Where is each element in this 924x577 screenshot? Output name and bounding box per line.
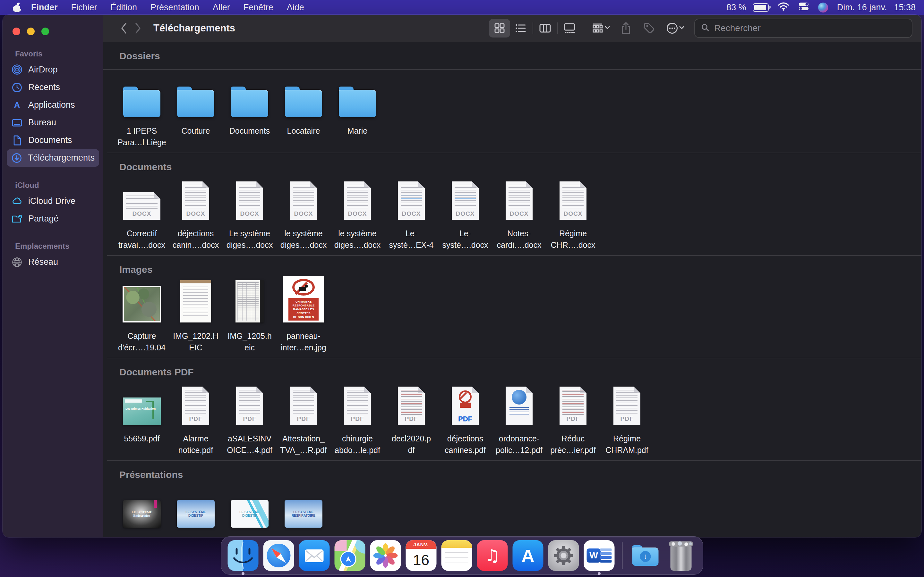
file-item[interactable]: DOCXCorrectiftravai….docx xyxy=(115,181,169,251)
file-item[interactable]: PDFRéducpréc…ier.pdf xyxy=(546,386,600,456)
menu-finder[interactable]: Finder xyxy=(24,0,65,15)
file-item[interactable]: DOCXLe-systè….docx xyxy=(438,181,492,251)
control-center-icon[interactable] xyxy=(798,1,809,14)
file-item[interactable]: 1 IPEPSPara…l Liège xyxy=(115,78,169,148)
sidebar-item-récents[interactable]: Récents xyxy=(7,79,99,96)
menu-fichier[interactable]: Fichier xyxy=(65,0,104,15)
file-label-line: Para…l Liège xyxy=(118,137,166,148)
file-item[interactable]: Marie xyxy=(330,78,384,148)
tags-button[interactable] xyxy=(640,19,658,37)
search-field[interactable]: Rechercher xyxy=(694,19,913,38)
menu-aide[interactable]: Aide xyxy=(280,0,311,15)
sidebar-item-airdrop[interactable]: AirDrop xyxy=(7,61,99,79)
sidebar-item-réseau[interactable]: Réseau xyxy=(7,253,99,271)
file-item[interactable]: Locataire xyxy=(276,78,330,148)
docx-file-icon: DOCX xyxy=(398,181,425,220)
sidebar-item-partagé[interactable]: Partagé xyxy=(7,210,99,227)
file-item[interactable]: PDFAlarmenotice.pdf xyxy=(169,386,223,456)
file-item[interactable]: PDFdéjectionscanines.pdf xyxy=(438,386,492,456)
apple-menu-icon[interactable] xyxy=(13,3,21,12)
dock-calendar-icon[interactable]: JANV.16 xyxy=(406,540,437,571)
file-item[interactable]: ordonance-polic…12.pdf xyxy=(492,386,546,456)
dock-music-icon[interactable]: ♫ xyxy=(477,540,508,571)
sidebar-item-icloud-drive[interactable]: iCloud Drive xyxy=(7,192,99,210)
sidebar-item-téléchargements[interactable]: Téléchargements xyxy=(7,149,99,167)
sidebar: FavorisAirDropRécentsAApplicationsBureau… xyxy=(3,15,103,537)
section-documents: DocumentsDOCXCorrectiftravai….docxDOCXdé… xyxy=(107,153,921,255)
menu-fenêtre[interactable]: Fenêtre xyxy=(237,0,280,15)
file-thumb-box: DOCX xyxy=(398,181,425,220)
dock-finder-icon[interactable] xyxy=(228,540,258,571)
image-thumbnail-scan xyxy=(236,280,264,322)
dock-photos-icon[interactable] xyxy=(370,540,401,571)
menu-aller[interactable]: Aller xyxy=(206,0,237,15)
file-item[interactable]: LE SYSTÈME DIGESTIFLe système xyxy=(169,488,223,537)
file-item[interactable]: PDFchirurgieabdo…le.pdf xyxy=(330,386,384,456)
file-item[interactable]: IMG_1202.HEIC xyxy=(169,284,223,353)
share-button[interactable] xyxy=(617,19,635,37)
sidebar-section-icloud: iCloudiCloud DrivePartagé xyxy=(3,181,103,227)
forward-button[interactable] xyxy=(131,19,145,37)
file-label-line: Le- xyxy=(389,227,434,239)
file-item[interactable]: Les primes Habitation55659.pdf xyxy=(115,386,169,456)
file-item[interactable]: DOCXle systèmediges….docx xyxy=(330,181,384,251)
dock-word-icon[interactable]: W xyxy=(584,540,615,571)
file-item[interactable]: DOCXle systèmediges….docx xyxy=(276,181,330,251)
file-item[interactable]: PDFAttestation_TVA_…R.pdf xyxy=(276,386,330,456)
sidebar-item-applications[interactable]: AApplications xyxy=(7,96,99,114)
dock-settings-icon[interactable] xyxy=(548,540,579,571)
presentation-thumbnail: LE SYSTÈME DIGESTIF xyxy=(231,500,268,528)
file-item[interactable]: PDFaSALESINVOICE…4.pdf xyxy=(223,386,276,456)
close-button[interactable] xyxy=(13,27,20,35)
column-view-button[interactable] xyxy=(535,19,556,37)
file-label: Marie xyxy=(347,125,368,137)
menu-présentation[interactable]: Présentation xyxy=(144,0,206,15)
file-thumb-box: DOCX xyxy=(452,181,479,220)
sidebar-item-label: AirDrop xyxy=(28,65,58,75)
list-view-button[interactable] xyxy=(510,19,531,37)
file-item[interactable]: DOCXNotes-cardi….docx xyxy=(492,181,546,251)
section-images: ImagesCaptured'écr….19.04IMG_1202.HEICIM… xyxy=(107,255,921,358)
file-item[interactable]: LE SYSTÈME DIGESTIFLE xyxy=(223,488,276,537)
dock-safari-icon[interactable] xyxy=(263,540,294,571)
section-items-row: DOCXCorrectiftravai….docxDOCXdéjectionsc… xyxy=(115,181,914,255)
file-label-line: chirurgie xyxy=(334,433,380,444)
file-item[interactable]: PDFRégimeCHRAM.pdf xyxy=(600,386,654,456)
file-item[interactable]: DOCXRégimeCHR….docx xyxy=(546,181,600,251)
docx-file-icon: DOCX xyxy=(123,192,160,220)
sidebar-item-bureau[interactable]: Bureau xyxy=(7,114,99,131)
dock-mail-icon[interactable] xyxy=(299,540,330,571)
dock-notes-icon[interactable] xyxy=(441,540,472,571)
file-item[interactable]: LE SYSTEME EndocrinienLa xyxy=(115,488,169,537)
zoom-button[interactable] xyxy=(41,27,49,35)
file-item[interactable]: DOCXdéjectionscanin….docx xyxy=(169,181,223,251)
file-item[interactable]: DOCXLe-systè…EX-4 xyxy=(384,181,438,251)
sidebar-item-documents[interactable]: Documents xyxy=(7,131,99,149)
file-item[interactable]: LE SYSTÈME RESPIRATOIRELe système xyxy=(276,488,330,537)
file-item[interactable]: Documents xyxy=(223,78,276,148)
file-item[interactable]: PDFdecl2020.pdf xyxy=(384,386,438,456)
minimize-button[interactable] xyxy=(27,27,35,35)
dock-app-store-icon[interactable]: A xyxy=(513,540,543,571)
finder-window: FavorisAirDropRécentsAApplicationsBureau… xyxy=(3,15,921,537)
siri-icon[interactable] xyxy=(818,3,828,13)
menu-édition[interactable]: Édition xyxy=(104,0,144,15)
file-item[interactable]: Captured'écr….19.04 xyxy=(115,284,169,353)
dock-downloads-icon[interactable]: ↓ xyxy=(630,540,661,571)
file-item[interactable]: Couture xyxy=(169,78,223,148)
file-item[interactable]: IMG_1205.heic xyxy=(223,284,276,353)
back-button[interactable] xyxy=(117,19,131,37)
dock-maps-icon[interactable] xyxy=(334,540,365,571)
wifi-icon[interactable] xyxy=(778,2,789,13)
section-dossiers: Dossiers1 IPEPSPara…l LiègeCoutureDocume… xyxy=(107,42,921,153)
file-label-line: diges….docx xyxy=(226,239,273,251)
dock-trash-icon[interactable] xyxy=(666,540,696,571)
gallery-view-button[interactable] xyxy=(559,19,580,37)
file-item[interactable]: DOCXLe systèmediges….docx xyxy=(223,181,276,251)
file-thumb-box xyxy=(123,78,160,117)
file-label: Attestation_TVA_…R.pdf xyxy=(280,433,326,456)
menu-clock[interactable]: Dim. 16 janv. 15:38 xyxy=(837,3,916,13)
file-label-line: diges….docx xyxy=(280,239,327,251)
icon-view-button[interactable] xyxy=(489,19,510,37)
file-item[interactable]: UN MAÎTRE RESPONSABLERAMASSE LES CROTTES… xyxy=(276,284,330,353)
